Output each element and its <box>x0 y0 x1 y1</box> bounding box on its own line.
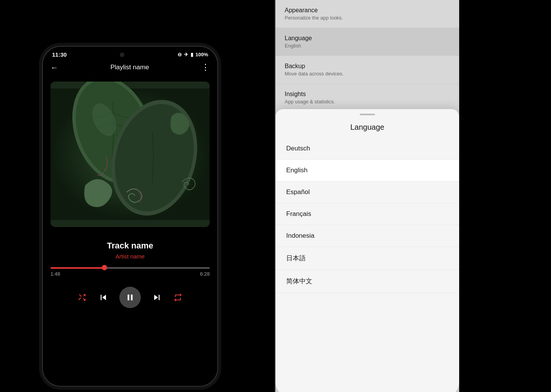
top-nav: ← Playlist name ⋮ <box>43 59 217 75</box>
language-option-deutsch[interactable]: Deutsch <box>276 138 459 160</box>
language-bottom-sheet: Language Deutsch English Español Françai… <box>276 109 459 392</box>
settings-item-insights[interactable]: Insights App usage & statistics. <box>276 84 459 112</box>
language-option-english[interactable]: English <box>276 160 459 181</box>
insights-title: Insights <box>285 91 450 98</box>
appearance-subtitle: Personalize the app looks. <box>285 15 450 21</box>
settings-item-language[interactable]: Language English <box>276 28 459 56</box>
settings-item-appearance[interactable]: Appearance Personalize the app looks. <box>276 0 459 28</box>
next-button[interactable] <box>152 292 162 303</box>
status-time: 11:30 <box>52 51 67 58</box>
music-player-phone: 11:30 ⊖ ✈ ▮ 100% ← Playlist name ⋮ <box>42 46 218 387</box>
battery-icon: ▮ <box>191 52 193 57</box>
track-info: Track name Artist name <box>43 233 217 263</box>
language-title: Language <box>285 35 450 42</box>
play-pause-button[interactable] <box>119 287 141 308</box>
prev-button[interactable] <box>98 292 109 303</box>
language-option-japanese[interactable]: 日本語 <box>276 247 459 270</box>
language-option-indonesia[interactable]: Indonesia <box>276 225 459 247</box>
current-time: 1:48 <box>51 271 60 277</box>
battery-percent: 100% <box>196 52 208 57</box>
track-name: Track name <box>51 241 210 251</box>
back-button[interactable]: ← <box>51 63 58 72</box>
settings-item-backup[interactable]: Backup Move data across devices. <box>276 56 459 84</box>
progress-bar-fill <box>51 267 104 269</box>
repeat-button[interactable] <box>173 292 183 302</box>
airplane-icon: ✈ <box>184 52 188 57</box>
artist-name: Artist name <box>51 253 210 260</box>
status-icons: ⊖ ✈ ▮ 100% <box>178 52 208 57</box>
settings-list: Appearance Personalize the app looks. La… <box>276 0 459 112</box>
progress-container[interactable]: 1:48 6:28 <box>43 263 217 281</box>
camera-notch <box>120 52 124 57</box>
total-time: 6:28 <box>200 271 210 277</box>
backup-title: Backup <box>285 63 450 70</box>
language-subtitle: English <box>285 43 450 49</box>
language-list: Deutsch English Español Français Indones… <box>276 138 459 293</box>
shuffle-button[interactable] <box>77 292 87 302</box>
language-option-espanol[interactable]: Español <box>276 181 459 203</box>
language-option-chinese[interactable]: 简体中文 <box>276 270 459 293</box>
appearance-title: Appearance <box>285 7 450 14</box>
backup-subtitle: Move data across devices. <box>285 71 450 77</box>
insights-subtitle: App usage & statistics. <box>285 99 450 105</box>
album-art <box>51 82 210 227</box>
playlist-title: Playlist name <box>110 64 149 71</box>
status-bar: 11:30 ⊖ ✈ ▮ 100% <box>43 47 217 59</box>
more-menu-button[interactable]: ⋮ <box>201 62 210 72</box>
playback-controls <box>43 281 217 316</box>
bottom-sheet-title: Language <box>276 115 459 138</box>
language-option-francais[interactable]: Français <box>276 203 459 225</box>
progress-bar-track[interactable] <box>51 267 210 269</box>
dnd-icon: ⊖ <box>178 52 182 57</box>
progress-times: 1:48 6:28 <box>51 269 210 279</box>
